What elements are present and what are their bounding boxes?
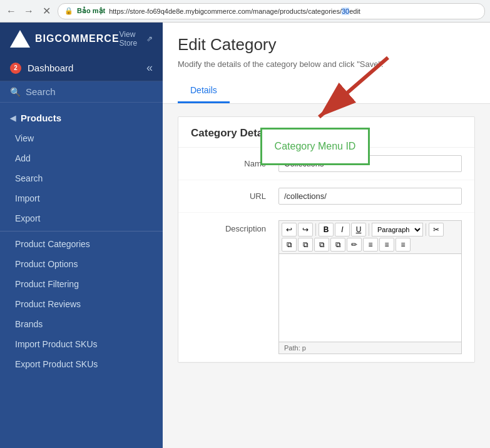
redo-button[interactable]: ↪ [298,223,313,237]
address-bar[interactable]: 🔒 Bảo mật https://store-fo69q4de8e.mybig… [58,3,485,19]
paragraph-select[interactable]: Paragraph [372,223,423,237]
sidebar-header: BIGCOMMERCE View Store ⇗ [0,23,163,55]
page-subtitle: Modify the details of the category below… [178,59,475,69]
indent-button[interactable]: ≡ [396,238,411,252]
logo-text: BIGCOMMERCE [35,33,120,44]
category-menu-id-label: Category Menu ID [275,141,356,152]
sidebar-search-label: Search [26,86,56,97]
main-content: Edit Category Modify the details of the … [163,23,490,448]
sidebar-item-add-label: Add [15,153,31,163]
sidebar-item-export[interactable]: Export [0,208,163,228]
sidebar-item-search[interactable]: Search [0,168,163,188]
paste2-button[interactable]: ⧉ [314,238,329,252]
page-header: Edit Category Modify the details of the … [163,23,490,104]
italic-button[interactable]: I [335,223,350,237]
sidebar-item-import-skus-label: Import Product SKUs [15,339,98,349]
copy-button[interactable]: ⧉ [282,238,297,252]
sidebar-item-export-label: Export [15,213,40,223]
sidebar-item-import-skus[interactable]: Import Product SKUs [0,334,163,354]
paste3-button[interactable]: ⧉ [330,238,345,252]
logo-triangle-icon [10,30,30,48]
sidebar-item-product-reviews[interactable]: Product Reviews [0,294,163,314]
url-normal: https://store-fo69q4de8e.mybigcommerce.c… [109,8,360,15]
sidebar-item-product-categories[interactable]: Product Categories [0,234,163,254]
toolbar-separator-1 [315,223,316,236]
url-row: URL [178,180,474,213]
sidebar-item-product-options-label: Product Options [15,259,78,269]
url-label: URL [191,188,266,201]
editor-body[interactable] [279,254,461,342]
list-ul-button[interactable]: ≡ [363,238,378,252]
search-icon: 🔍 [10,87,21,97]
category-menu-id-box: Category Menu ID [260,128,370,165]
sidebar-item-import[interactable]: Import [0,188,163,208]
lock-icon: 🔒 [64,7,73,15]
page-title: Edit Category [178,35,475,54]
products-section-header: ◀ Products [0,108,163,128]
collapse-icon[interactable]: « [146,61,153,74]
sidebar-item-import-label: Import [15,193,40,203]
editor-container: ↩ ↪ B I U Paragraph ✂ ⧉ [278,220,462,354]
sidebar-dashboard[interactable]: 2 Dashboard « [0,55,163,81]
editor-path: Path: p [284,344,306,352]
undo-button[interactable]: ↩ [282,223,297,237]
sidebar-item-brands[interactable]: Brands [0,314,163,334]
products-label: Products [21,113,61,123]
sidebar-item-product-options[interactable]: Product Options [0,254,163,274]
cut-button[interactable]: ✂ [429,223,444,237]
logo-area: BIGCOMMERCE [10,30,120,48]
eraser-button[interactable]: ✏ [347,238,362,252]
forward-button[interactable]: → [23,5,35,18]
tabs: Details [178,79,475,103]
reload-button[interactable]: ✕ [40,5,53,18]
dashboard-badge: 2 [10,63,21,74]
browser-chrome: ← → ✕ 🔒 Bảo mật https://store-fo69q4de8e… [0,0,490,23]
paste-button[interactable]: ⧉ [298,238,313,252]
view-store-label: View Store [120,30,144,48]
url-secure: Bảo mật [77,7,105,15]
products-collapse-icon[interactable]: ◀ [10,114,16,123]
description-row: Description ↩ ↪ B I U Paragraph [178,213,474,362]
underline-button[interactable]: U [351,223,366,237]
sidebar-item-add[interactable]: Add [0,148,163,168]
sidebar-item-brands-label: Brands [15,319,43,329]
list-ol-button[interactable]: ≡ [379,238,394,252]
external-link-icon: ⇗ [146,34,153,43]
sidebar-item-product-filtering[interactable]: Product Filtering [0,274,163,294]
view-store-link[interactable]: View Store ⇗ [120,30,153,48]
sidebar-item-export-skus-label: Export Product SKUs [15,359,98,369]
dashboard-label: Dashboard [28,63,140,73]
toolbar-separator-3 [426,223,426,236]
sidebar-item-search-label: Search [15,173,43,183]
sidebar: BIGCOMMERCE View Store ⇗ 2 Dashboard « 🔍… [0,23,163,448]
tab-details[interactable]: Details [178,79,230,103]
toolbar-separator-2 [369,223,369,236]
sidebar-item-export-skus[interactable]: Export Product SKUs [0,354,163,374]
description-label: Description [191,220,266,233]
products-section: ◀ Products View Add Search Import Export… [0,103,163,379]
url-input[interactable] [278,188,462,205]
bold-button[interactable]: B [319,223,334,237]
back-button[interactable]: ← [5,5,18,18]
sidebar-item-product-categories-label: Product Categories [15,239,90,249]
sidebar-search-row[interactable]: 🔍 Search [0,81,163,103]
name-label: Name [191,155,266,168]
sidebar-item-product-filtering-label: Product Filtering [15,279,79,289]
editor-footer: Path: p [279,342,461,354]
sidebar-item-view-label: View [15,133,34,143]
editor-toolbar: ↩ ↪ B I U Paragraph ✂ ⧉ [279,221,461,254]
sidebar-item-view[interactable]: View [0,128,163,148]
sidebar-item-product-reviews-label: Product Reviews [15,299,81,309]
